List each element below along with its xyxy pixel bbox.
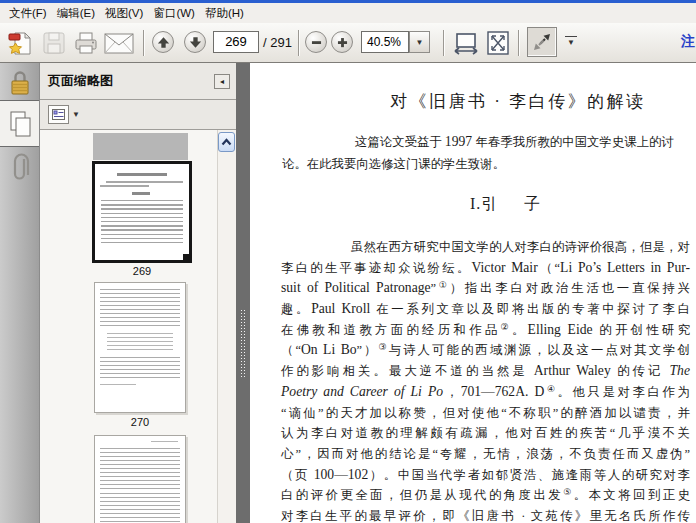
fit-width-icon: [453, 30, 479, 56]
thumbnails-panel: 页面缩略图 ◂ ▼: [40, 63, 236, 523]
toolbar: 269 / 291 40.5% ▼ ▼: [0, 23, 696, 63]
sidebar-splitter[interactable]: [236, 63, 250, 523]
body-line: 白的评价更全面，但仍是从现代的角度出发⑤。本文将回到正史: [281, 485, 690, 506]
tab-page-thumbnails[interactable]: [0, 100, 39, 147]
panel-title: 页面缩略图: [48, 72, 214, 90]
print-button[interactable]: [70, 28, 102, 58]
thumbnail-label-269: 269: [92, 265, 192, 277]
page-number-input[interactable]: 269: [213, 31, 259, 53]
body-line: 虽然在西方研究中国文学的人对李白的诗评价很高，但是，对: [281, 237, 690, 258]
paperclip-icon: [8, 152, 32, 186]
toolbar-separator: [143, 30, 145, 56]
zoom-out-button[interactable]: [305, 31, 327, 53]
thumbnails-list: 269 270: [40, 130, 236, 523]
body-line: “谪仙”的天才加以称赞，但对使他“不称职”的醉酒加以谴责，并: [281, 403, 690, 424]
splitter-grip: [241, 310, 242, 378]
print-icon: [72, 29, 100, 57]
body-paragraph: 虽然在西方研究中国文学的人对李白的诗评价很高，但是，对李白的生平事迹却众说纷纭。…: [281, 237, 690, 523]
options-menu-button[interactable]: [48, 105, 69, 124]
scroll-up-button[interactable]: [218, 132, 235, 152]
section-heading-numeral: I.引: [470, 195, 498, 212]
fit-page-button[interactable]: [482, 28, 514, 58]
save-icon: [41, 30, 67, 56]
create-pdf-button[interactable]: [4, 28, 36, 58]
page-down-icon: [189, 36, 202, 49]
options-icon: [52, 109, 65, 120]
thumbnail-page-268-partial[interactable]: [93, 133, 188, 160]
menu-help[interactable]: 帮助(H): [203, 5, 246, 22]
body-line: 心”，因而对他的结论是“夸耀，无情，浪荡，不负责任而又虚伪”: [281, 444, 690, 465]
body-line: （“On Li Bo”）③与诗人可能的西域渊源，以及这一点对其文学创: [281, 340, 690, 361]
toolbar-separator: [298, 30, 300, 56]
panel-header: 页面缩略图 ◂: [40, 63, 236, 100]
email-icon: [104, 33, 134, 54]
body-line: 对李白生平的最早评价，即《旧唐书 · 文苑传》里无名氏所作传: [281, 506, 690, 523]
body-line: 李白的生平事迹却众说纷纭。Victor Mair（“Li Po’s Letter…: [281, 258, 690, 279]
menu-view[interactable]: 视图(V): [103, 5, 145, 22]
fit-width-button[interactable]: [450, 28, 482, 58]
section-heading: I.引子: [470, 194, 541, 215]
zoom-out-icon: [310, 36, 323, 49]
acknowledgment-line-1: 这篇论文受益于 1997 年春季我所教的中国文学史课上的讨: [355, 134, 674, 151]
chevron-up-icon: [221, 138, 232, 146]
tab-attachments[interactable]: [0, 151, 39, 187]
menu-file[interactable]: 文件(F): [7, 5, 49, 22]
page-total-label: / 291: [263, 35, 292, 50]
body-line: （页 100—102）。中国当代学者如郁贤浩、施逢雨等人的研究对李: [281, 465, 690, 486]
body-line: 认为李白对道教的理解颇有疏漏，他对百姓的疾苦“几乎漠不关: [281, 423, 690, 444]
menu-edit[interactable]: 编辑(E): [55, 5, 97, 22]
fit-page-icon: [485, 30, 511, 56]
next-page-button[interactable]: [184, 31, 206, 53]
thumbnail-page-271[interactable]: [94, 435, 186, 523]
menu-window[interactable]: 窗口(W): [151, 5, 197, 22]
tab-security[interactable]: [0, 68, 39, 100]
body-line: 趣。Paul Kroll 在一系列文章以及即将出版的专著中探讨了李白: [281, 299, 690, 320]
annotation-link[interactable]: 注: [681, 33, 695, 51]
thumbnail-resize-handle[interactable]: [183, 254, 192, 263]
save-button[interactable]: [38, 28, 70, 58]
toolbar-more-dropdown[interactable]: ▼: [565, 36, 577, 48]
body-line: 在佛教和道教方面的经历和作品②。Elling Eide 的开创性研究: [281, 320, 690, 341]
page-up-icon: [157, 36, 170, 49]
options-caret-icon: ▼: [72, 110, 80, 119]
thumbnail-label-270: 270: [90, 416, 190, 428]
dynamic-zoom-button[interactable]: [527, 27, 557, 57]
document-title: 对《旧唐书 · 李白传》的解读: [390, 90, 646, 113]
body-line: suit of Political Patronage”①）指出李白对政治生活也…: [281, 278, 690, 299]
section-heading-tail: 子: [524, 195, 541, 212]
sidebar-tabstrip: [0, 63, 40, 523]
dynamic-zoom-icon: [532, 32, 552, 52]
thumbnail-page-270[interactable]: [94, 282, 186, 413]
zoom-dropdown-button[interactable]: ▼: [409, 31, 430, 53]
toolbar-separator: [443, 30, 445, 56]
zoom-in-icon: [336, 36, 349, 49]
email-button[interactable]: [103, 28, 135, 58]
zoom-in-button[interactable]: [331, 31, 353, 53]
previous-page-button[interactable]: [152, 31, 174, 53]
panel-collapse-button[interactable]: ◂: [214, 74, 230, 89]
toolbar-separator: [518, 30, 520, 56]
splitter-grip: [244, 310, 245, 378]
lock-icon: [8, 69, 32, 99]
zoom-level-input[interactable]: 40.5%: [361, 31, 409, 53]
create-pdf-icon: [6, 29, 34, 57]
panel-options-row: ▼: [40, 100, 236, 130]
pages-icon: [7, 109, 33, 139]
body-line: Poetry and Career of Li Po，701—762A. D④。…: [281, 382, 690, 403]
acknowledgment-line-2: 论。在此我要向选修这门课的学生致谢。: [282, 156, 505, 173]
thumbnails-scrollbar[interactable]: [217, 130, 236, 523]
document-page: 对《旧唐书 · 李白传》的解读 这篇论文受益于 1997 年春季我所教的中国文学…: [250, 63, 696, 523]
body-line: 作的影响相关。最大逆不道的当然是 Arthur Waley 的传记 The: [281, 361, 690, 382]
menu-bar: 文件(F) 编辑(E) 视图(V) 窗口(W) 帮助(H): [0, 3, 696, 23]
thumbnail-page-269[interactable]: [92, 161, 192, 263]
